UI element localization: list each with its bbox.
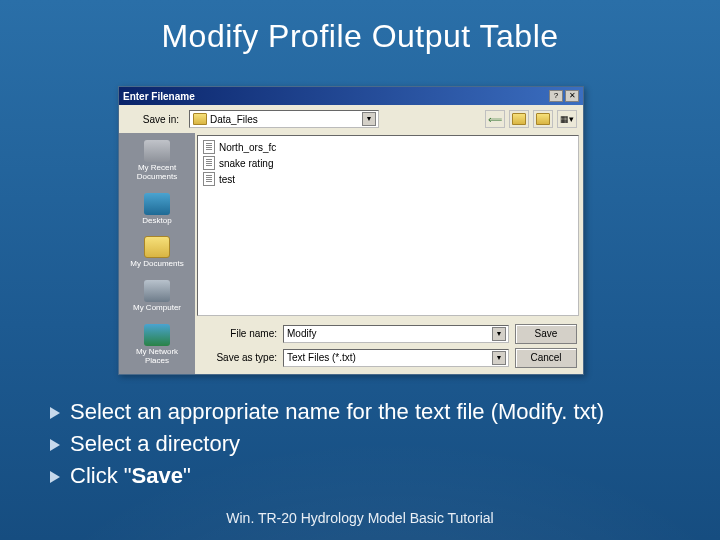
filename-label: File name:	[201, 328, 277, 339]
new-folder-button[interactable]	[533, 110, 553, 128]
network-icon	[144, 324, 170, 346]
help-button[interactable]: ?	[549, 90, 563, 102]
documents-icon	[144, 236, 170, 258]
bullet-text: Select an appropriate name for the text …	[70, 398, 604, 426]
back-button[interactable]: ⟸	[485, 110, 505, 128]
dialog-title: Enter Filename	[123, 91, 547, 102]
savein-label: Save in:	[125, 114, 185, 125]
place-label: My Recent Documents	[137, 163, 177, 181]
place-computer[interactable]: My Computer	[123, 277, 191, 317]
bullet-text: Click "Save"	[70, 462, 191, 490]
slide-footer: Win. TR-20 Hydrology Model Basic Tutoria…	[0, 510, 720, 526]
place-network[interactable]: My Network Places	[123, 321, 191, 370]
dialog-titlebar: Enter Filename ? ✕	[119, 87, 583, 105]
bullet-item: Select an appropriate name for the text …	[50, 398, 670, 426]
place-label: Desktop	[142, 216, 171, 225]
recent-icon	[144, 140, 170, 162]
list-item[interactable]: snake rating	[201, 155, 575, 171]
list-item[interactable]: North_ors_fc	[201, 139, 575, 155]
bullet-item: Click "Save"	[50, 462, 670, 490]
up-button[interactable]	[509, 110, 529, 128]
slide-title: Modify Profile Output Table	[0, 0, 720, 55]
bullet-list: Select an appropriate name for the text …	[50, 398, 670, 494]
bullet-icon	[50, 471, 60, 483]
filename-value: Modify	[287, 328, 492, 339]
folder-icon	[193, 113, 207, 125]
text-file-icon	[203, 172, 215, 186]
chevron-down-icon: ▼	[492, 327, 506, 341]
place-recent[interactable]: My Recent Documents	[123, 137, 191, 186]
bullet-text: Select a directory	[70, 430, 240, 458]
chevron-down-icon: ▼	[362, 112, 376, 126]
savein-row: Save in: Data_Files ▼ ⟸ ▦▾	[119, 105, 583, 133]
chevron-down-icon: ▼	[492, 351, 506, 365]
place-documents[interactable]: My Documents	[123, 233, 191, 273]
cancel-button[interactable]: Cancel	[515, 348, 577, 368]
place-desktop[interactable]: Desktop	[123, 190, 191, 230]
filename-input[interactable]: Modify ▼	[283, 325, 509, 343]
file-name: North_ors_fc	[219, 142, 276, 153]
savein-value: Data_Files	[210, 114, 362, 125]
text-file-icon	[203, 140, 215, 154]
bullet-icon	[50, 407, 60, 419]
desktop-icon	[144, 193, 170, 215]
saveas-value: Text Files (*.txt)	[287, 352, 492, 363]
view-icon: ▦▾	[560, 114, 574, 124]
place-label: My Computer	[133, 303, 181, 312]
places-bar: My Recent Documents Desktop My Documents…	[119, 133, 195, 374]
save-button[interactable]: Save	[515, 324, 577, 344]
text-file-icon	[203, 156, 215, 170]
folder-up-icon	[512, 113, 526, 125]
close-button[interactable]: ✕	[565, 90, 579, 102]
bullet-icon	[50, 439, 60, 451]
file-listing[interactable]: North_ors_fc snake rating test	[197, 135, 579, 316]
view-menu-button[interactable]: ▦▾	[557, 110, 577, 128]
bullet-item: Select a directory	[50, 430, 670, 458]
save-dialog: Enter Filename ? ✕ Save in: Data_Files ▼…	[118, 86, 584, 375]
savein-combo[interactable]: Data_Files ▼	[189, 110, 379, 128]
list-item[interactable]: test	[201, 171, 575, 187]
file-name: test	[219, 174, 235, 185]
file-name: snake rating	[219, 158, 273, 169]
saveas-label: Save as type:	[201, 352, 277, 363]
back-arrow-icon: ⟸	[488, 114, 502, 125]
computer-icon	[144, 280, 170, 302]
place-label: My Documents	[130, 259, 183, 268]
place-label: My Network Places	[136, 347, 178, 365]
new-folder-icon	[536, 113, 550, 125]
saveas-combo[interactable]: Text Files (*.txt) ▼	[283, 349, 509, 367]
